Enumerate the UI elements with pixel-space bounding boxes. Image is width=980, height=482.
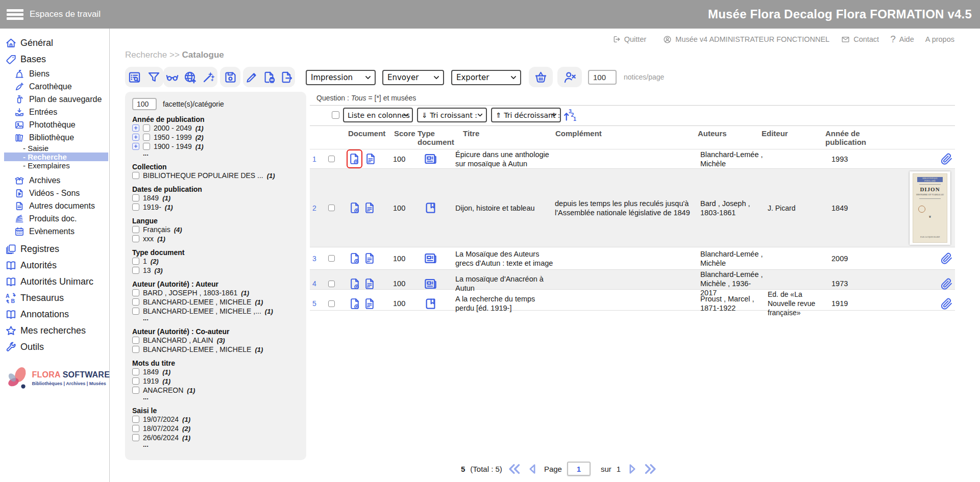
table-row[interactable]: 4 100 La mosaïque d'Anacréon à Autun Bla… — [310, 270, 955, 290]
envoyer-select[interactable]: Envoyer — [382, 70, 444, 85]
impression-select[interactable]: Impression — [306, 70, 376, 85]
facet-checkbox[interactable] — [132, 377, 139, 385]
prev-page-button[interactable] — [526, 463, 539, 475]
sort-desc-select[interactable]: ⇑ Tri décroissant : — [491, 108, 561, 122]
cover-thumbnail[interactable]: BIBLIOTHÈQUE POPULAIRE DIJON HISTOIRE ET… — [910, 171, 950, 245]
notice-detail-icon[interactable] — [363, 252, 376, 265]
sidebar-item-videos-sons[interactable]: Vidéos - Sons — [0, 187, 109, 199]
expand-plus-icon[interactable]: + — [132, 124, 139, 132]
sidebar-item-recherche[interactable]: - Recherche — [4, 153, 108, 161]
facet-checkbox[interactable] — [132, 172, 139, 179]
pencil-icon[interactable] — [245, 70, 259, 84]
facet-checkbox[interactable] — [132, 226, 139, 233]
facet-more[interactable]: ... — [143, 316, 299, 322]
facet-checkbox[interactable] — [132, 258, 139, 265]
facet-more[interactable]: ... — [143, 151, 299, 158]
facet-checkbox[interactable] — [132, 425, 139, 432]
facet-checkbox[interactable] — [132, 337, 139, 344]
row-checkbox[interactable] — [328, 300, 335, 307]
table-row[interactable]: 5 100 A la recherche du temps perdu [éd.… — [310, 290, 955, 311]
table-row[interactable]: 1 100 Épicure dans une anthologie sur mo… — [310, 149, 955, 169]
notice-detail-icon[interactable] — [364, 153, 377, 165]
sidebar-item-outils[interactable]: Outils — [0, 339, 109, 355]
facet-more[interactable]: ... — [143, 442, 299, 449]
facet-checkbox[interactable] — [132, 204, 139, 211]
facet-more[interactable]: ... — [143, 395, 299, 401]
facet-checkbox[interactable] — [132, 346, 139, 353]
expand-plus-icon[interactable]: + — [132, 134, 139, 141]
page-number-input[interactable]: 1 — [567, 462, 591, 476]
sort-asc-select[interactable]: ⇓ Tri croissant : — [417, 108, 487, 122]
sidebar-item-registres[interactable]: Registres — [0, 241, 109, 257]
facet-checkbox[interactable] — [132, 298, 139, 306]
facet-checkbox[interactable] — [132, 434, 139, 441]
facet-checkbox[interactable] — [132, 368, 139, 375]
row-checkbox[interactable] — [328, 281, 335, 287]
select-all-checkbox[interactable] — [332, 111, 339, 119]
export-document-icon[interactable] — [280, 70, 293, 84]
notice-icon[interactable] — [349, 297, 361, 310]
exporter-select[interactable]: Exporter — [451, 70, 521, 85]
row-checkbox[interactable] — [328, 156, 335, 162]
notice-icon[interactable] — [349, 252, 361, 265]
facet-checkbox[interactable] — [132, 416, 139, 423]
paperclip-icon[interactable] — [940, 153, 953, 165]
view-mode-select[interactable]: Liste en colonnes — [343, 108, 413, 122]
person-remove-icon[interactable] — [563, 70, 577, 84]
save-icon[interactable] — [224, 70, 237, 84]
sidebar-item-general[interactable]: Général — [0, 35, 109, 51]
expand-plus-icon[interactable]: + — [132, 143, 139, 150]
sidebar-item-autorites-unimarc[interactable]: Autorités Unimarc — [0, 273, 109, 290]
last-page-button[interactable] — [644, 462, 657, 476]
sidebar-item-thesaurus[interactable]: Thesaurus — [0, 290, 109, 306]
paperclip-icon[interactable] — [940, 297, 953, 310]
sidebar-item-mes-recherches[interactable]: Mes recherches — [0, 322, 109, 339]
menu-icon[interactable] — [7, 9, 23, 21]
sidebar-item-exemplaires[interactable]: - Exemplaires — [0, 161, 109, 170]
sidebar-item-carotheque[interactable]: Carothèque — [0, 80, 109, 93]
facet-checkbox[interactable] — [132, 194, 139, 201]
sidebar-item-biens[interactable]: Biens — [0, 67, 109, 80]
apropos-link[interactable]: A propos — [925, 35, 954, 43]
glasses-icon[interactable] — [165, 70, 179, 84]
sidebar-item-annotations[interactable]: Annotations — [0, 306, 109, 322]
sidebar-item-autorites[interactable]: Autorités — [0, 257, 109, 273]
sidebar-item-produits-doc[interactable]: Produits doc. — [0, 212, 109, 225]
facet-checkbox[interactable] — [143, 124, 150, 132]
globe-upload-icon[interactable] — [183, 70, 197, 84]
row-checkbox[interactable] — [328, 205, 335, 211]
sidebar-item-bibliotheque[interactable]: Bibliothèque — [0, 131, 109, 144]
sidebar-item-saisie[interactable]: - Saisie — [0, 144, 109, 153]
user-account[interactable]: Musée v4 ADMINISTRATEUR FONCTIONNEL — [663, 35, 829, 44]
next-page-button[interactable] — [626, 463, 639, 475]
sidebar-item-autres-documents[interactable]: Autres documents — [0, 199, 109, 212]
notice-icon[interactable] — [348, 153, 361, 165]
paperclip-icon[interactable] — [940, 252, 953, 265]
sidebar-item-archives[interactable]: Archives — [0, 174, 109, 187]
facet-checkbox[interactable] — [132, 289, 139, 296]
facet-checkbox[interactable] — [132, 308, 139, 315]
sidebar-item-bases[interactable]: Bases — [0, 51, 109, 67]
basket-icon[interactable] — [534, 70, 548, 84]
print-document-icon[interactable] — [262, 70, 276, 84]
notice-detail-icon[interactable] — [363, 201, 376, 214]
sidebar-item-phototheque[interactable]: Photothèque — [0, 118, 109, 131]
facet-checkbox[interactable] — [132, 235, 139, 242]
magic-wand-icon[interactable] — [202, 70, 215, 84]
notices-per-page-input[interactable]: 100 — [588, 70, 617, 85]
paperclip-icon[interactable] — [940, 277, 953, 290]
facet-count-input[interactable]: 100 — [132, 98, 157, 110]
first-page-button[interactable] — [507, 462, 521, 476]
table-row[interactable]: 2 100 Dijon, histoire et tableau depuis … — [310, 169, 955, 247]
facet-checkbox[interactable] — [132, 267, 139, 274]
table-row[interactable]: 3 100 La Mosaïque des Auteurs grecs d'Au… — [310, 247, 955, 270]
filter-icon[interactable] — [147, 70, 161, 84]
quitter-link[interactable]: Quitter — [612, 35, 647, 43]
sidebar-item-evenements[interactable]: Evènements — [0, 225, 109, 238]
sort-numeric-icon[interactable] — [563, 109, 577, 122]
contact-link[interactable]: Contact — [841, 35, 879, 44]
result-list-icon[interactable] — [128, 70, 141, 84]
sidebar-item-plan-sauvegarde[interactable]: Plan de sauvegarde — [0, 93, 109, 106]
row-checkbox[interactable] — [328, 255, 335, 262]
aide-link[interactable]: ?Aide — [890, 34, 914, 45]
